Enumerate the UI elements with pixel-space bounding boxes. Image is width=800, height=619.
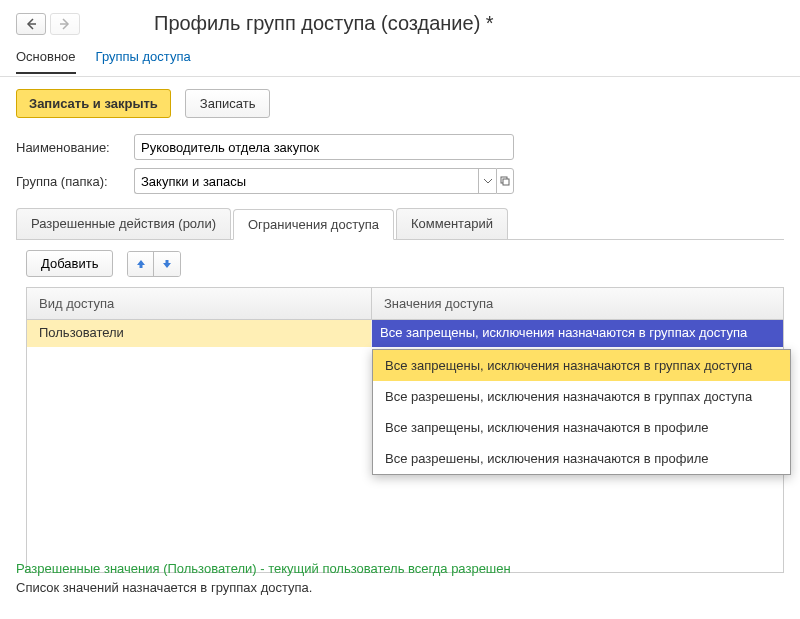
- footer-group-note: Список значений назначается в группах до…: [16, 580, 511, 595]
- add-button[interactable]: Добавить: [26, 250, 113, 277]
- group-input[interactable]: [134, 168, 478, 194]
- page-title: Профиль групп доступа (создание) *: [154, 12, 494, 35]
- arrow-down-icon: [161, 258, 173, 270]
- arrow-left-icon: [25, 18, 37, 30]
- open-icon: [500, 176, 510, 186]
- dropdown-option[interactable]: Все запрещены, исключения назначаются в …: [373, 350, 790, 381]
- group-label: Группа (папка):: [16, 174, 126, 189]
- tab-restrictions[interactable]: Ограничения доступа: [233, 209, 394, 240]
- name-input[interactable]: [134, 134, 514, 160]
- back-button[interactable]: [16, 13, 46, 35]
- save-close-button[interactable]: Записать и закрыть: [16, 89, 171, 118]
- dropdown-option[interactable]: Все разрешены, исключения назначаются в …: [373, 443, 790, 474]
- chevron-down-icon: [484, 179, 492, 184]
- navlink-groups[interactable]: Группы доступа: [96, 49, 191, 72]
- navlink-main[interactable]: Основное: [16, 49, 76, 74]
- arrow-up-icon: [135, 258, 147, 270]
- dropdown-option[interactable]: Все разрешены, исключения назначаются в …: [373, 381, 790, 412]
- dropdown-option[interactable]: Все запрещены, исключения назначаются в …: [373, 412, 790, 443]
- table-header-values: Значения доступа: [372, 288, 783, 319]
- tab-comment[interactable]: Комментарий: [396, 208, 508, 239]
- cell-access-value[interactable]: Все запрещены, исключения назначаются в …: [372, 320, 783, 347]
- cell-access-kind[interactable]: Пользователи: [27, 320, 372, 347]
- table-row[interactable]: Пользователи Все запрещены, исключения н…: [27, 320, 783, 347]
- group-open-button[interactable]: [496, 168, 514, 194]
- forward-button[interactable]: [50, 13, 80, 35]
- arrow-right-icon: [59, 18, 71, 30]
- tab-roles[interactable]: Разрешенные действия (роли): [16, 208, 231, 239]
- move-down-button[interactable]: [154, 252, 180, 276]
- footer-allowed-note: Разрешенные значения (Пользователи) - те…: [16, 561, 511, 576]
- access-value-dropdown[interactable]: Все запрещены, исключения назначаются в …: [372, 349, 791, 475]
- group-dropdown-button[interactable]: [478, 168, 496, 194]
- svg-rect-3: [503, 179, 509, 185]
- table-header-kind: Вид доступа: [27, 288, 372, 319]
- name-label: Наименование:: [16, 140, 126, 155]
- move-up-button[interactable]: [128, 252, 154, 276]
- save-button[interactable]: Записать: [185, 89, 271, 118]
